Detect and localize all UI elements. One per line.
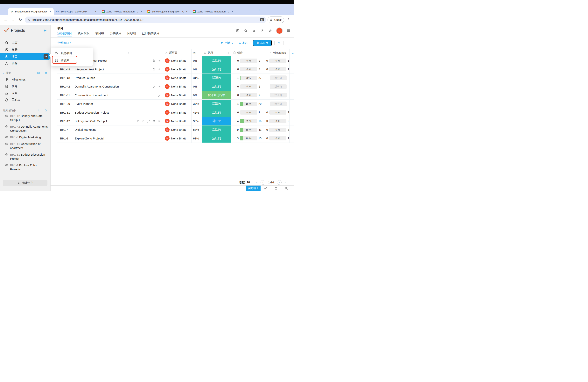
automation-button[interactable]: 自动化 [236,40,250,46]
sidebar-item-home[interactable]: 主页 [0,39,50,46]
tab-search-icon[interactable]: ⌄ [290,10,292,13]
sort-icon[interactable] [227,52,230,54]
status-cell[interactable]: 活跃的 [202,126,231,134]
owner-cell[interactable]: N Neha Bhatt [163,56,191,65]
milestones-cell[interactable]: 没有0} [267,82,290,91]
status-cell[interactable]: 活跃的 [202,108,231,117]
user-avatar[interactable]: N [276,28,282,34]
tasks-cell[interactable]: 0 0 % 9 [231,65,267,74]
project-scope-dropdown[interactable]: 全部项目 ▾ [57,41,71,45]
header-status[interactable]: 状态 [202,49,231,56]
view-tab[interactable]: 项目组 [95,32,104,37]
owner-cell[interactable]: N Neha Bhatt [163,108,191,117]
browser-menu-icon[interactable]: ⋮ [286,18,291,22]
search-icon[interactable] [244,29,248,33]
sidebar-item-tasks[interactable]: 任务 [0,83,50,90]
filter-sliders-icon[interactable] [37,109,40,112]
tasks-cell[interactable]: 0 0 % 9 [231,56,267,65]
tasks-cell[interactable]: 0 0 % 7 [231,91,267,100]
view-tab[interactable]: 项目模板 [78,32,89,37]
site-settings-icon[interactable] [27,18,31,21]
owner-cell[interactable]: N Neha Bhatt [163,100,191,108]
tasks-cell[interactable]: 1 3 % 27 [231,74,267,82]
table-row[interactable]: BH1-4 Digital Marketing [57,126,294,134]
milestones-cell[interactable]: 没有0} [267,100,290,108]
owner-cell[interactable]: N Neha Bhatt [163,126,191,134]
table-row[interactable]: BH1-42 Donnelly Apartments Construction [57,82,294,91]
recent-project-item[interactable]: BH1-42 Donnelly Apartments Construction [5,125,48,133]
new-project-button[interactable]: 新建项目 [253,40,272,46]
translate-icon[interactable]: G [260,18,264,21]
owner-cell[interactable]: N Neha Bhatt [163,82,191,91]
quick-add-icon[interactable] [236,29,240,33]
recent-project-item[interactable]: BH1-4 Digital Marketing [5,135,48,139]
view-tab[interactable]: 已归档的项目 [142,32,159,37]
last-page-icon[interactable]: » [284,181,286,184]
sidebar-item-issues[interactable]: 问题 [0,90,50,96]
header-percent[interactable]: % [191,49,202,56]
project-name-cell[interactable]: Product Launch [73,74,131,82]
browser-tab[interactable]: Zoho Apps - Zoho CRM × [54,8,99,15]
tasks-cell[interactable]: 0 0 % 2 [231,82,267,91]
add-column-icon[interactable] [290,51,294,55]
view-tab[interactable]: 活跃的项目 [57,32,72,37]
collapse-sidebar-icon[interactable] [43,29,47,32]
header-tasks[interactable]: 任务 [231,49,267,56]
tab-close-icon[interactable]: × [94,10,97,13]
project-name-cell[interactable]: Bakery and Cafe Setup 1 [73,117,131,126]
tab-close-icon[interactable]: × [49,10,52,13]
header-milestones[interactable]: Milestones [267,49,290,56]
table-row[interactable]: BH1-12 Bakery and Cafe Setup 1 [57,117,294,126]
browser-tab[interactable]: Zoho Projects Integration - O × [145,8,190,15]
status-cell[interactable]: 活跃的 [202,56,231,65]
view-tab[interactable]: 公共项目 [110,32,122,37]
project-name-cell[interactable]: Donnelly Apartments Construction [73,82,131,91]
owner-cell[interactable]: N Neha Bhatt [163,65,191,74]
tab-close-icon[interactable]: × [231,10,234,13]
back-button[interactable]: ← [3,18,9,22]
project-name-cell[interactable]: Event Planner [73,100,131,108]
recent-project-item[interactable]: BH1-12 Bakery and Cafe Setup 1 [5,114,48,122]
owner-cell[interactable]: N Neha Bhatt [163,117,191,126]
tasks-cell[interactable]: 3 16 % 15 [231,134,267,143]
table-row[interactable]: BH1-1 Explore Zoho Projects! [57,134,294,143]
browser-tab[interactable]: bhattacharyan902gmaildotco × [8,8,54,15]
chevron-down-icon[interactable]: ⌄ [2,72,4,74]
milestones-cell[interactable]: 0 0 % 3 [267,126,290,134]
profile-button[interactable]: Guest [268,17,284,23]
milestones-cell[interactable]: 0 0 % 2 [267,117,290,126]
menu-item-new-project[interactable]: 新建项目 [51,49,93,57]
apps-grid-icon[interactable] [287,29,291,33]
next-page-icon[interactable]: › [277,180,282,185]
recent-project-item[interactable]: BH1-1 Explore Zoho Projects! [5,163,48,171]
zoom-search-icon[interactable] [281,186,291,191]
project-name-cell[interactable]: Budget Discussion Project [73,108,131,117]
table-row[interactable]: BH1-49 Integration test Project [57,65,294,74]
status-cell[interactable]: 进行中 [202,117,231,126]
help-icon[interactable] [271,186,281,191]
sort-icon[interactable] [127,52,129,54]
view-tab[interactable]: 回收站 [127,32,136,37]
menu-item-template-gallery[interactable]: 模板库 [51,57,93,64]
milestones-cell[interactable]: 没有0} [267,91,290,100]
announcements-icon[interactable] [261,186,271,191]
zoho-projects-logo[interactable]: Projects [3,27,25,33]
sidebar-item-reports[interactable]: 报表 [0,46,50,53]
tasks-cell[interactable]: 4 21 % 15 [231,117,267,126]
tasks-cell[interactable]: 0 0 % 1 [231,108,267,117]
browser-tab[interactable]: Zoho Projects Integration - O × [99,8,145,15]
search-projects-icon[interactable] [44,109,48,112]
table-row[interactable]: BH1-43 Product Launch [57,74,294,82]
milestones-cell[interactable]: 0 0 % 1 [267,134,290,143]
tasks-cell[interactable]: 9 18 % 41 [231,126,267,134]
view-selector[interactable]: 列表 ▾ [221,41,233,45]
milestones-cell[interactable]: 没有0} [267,74,290,82]
status-cell[interactable]: 活跃的 [202,134,231,143]
owner-cell[interactable]: N Neha Bhatt [163,91,191,100]
overview-settings-icon[interactable] [44,71,48,75]
tasks-cell[interactable]: 4 16 % 20 [231,100,267,108]
projects-more-button[interactable]: ••• [43,54,48,59]
filter-funnel-icon[interactable] [277,41,281,45]
overview-section-header[interactable]: ⌄ 概览 [0,71,50,75]
project-name-cell[interactable]: Explore Zoho Projects! [73,134,131,143]
